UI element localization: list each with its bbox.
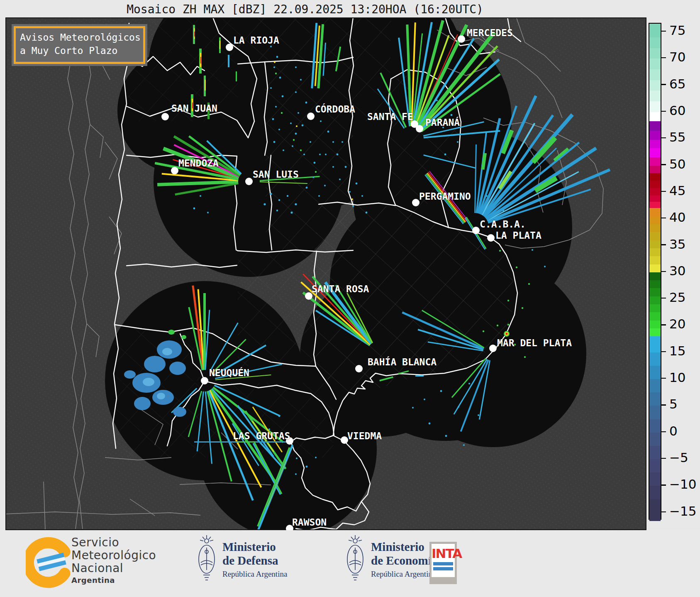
colorbar-tick (661, 84, 666, 85)
colorbar-tick (661, 378, 666, 379)
colorbar-segment (649, 24, 661, 37)
colorbar-tick (661, 511, 666, 512)
colorbar-tick (661, 191, 666, 192)
colorbar-tick (661, 324, 666, 325)
inta-bar-1 (433, 562, 453, 565)
colorbar-tick (661, 351, 666, 352)
city-label: PARANÁ (425, 117, 460, 128)
colorbar-segment (649, 131, 661, 140)
colorbar-tick-label: 75 (669, 23, 685, 38)
colorbar-segment (649, 296, 661, 305)
colorbar-tick (661, 57, 666, 58)
city-marker (412, 199, 420, 206)
city-marker (171, 167, 178, 174)
colorbar-tick (661, 164, 666, 165)
colorbar-segment (649, 392, 661, 406)
colorbar-segment (649, 80, 661, 91)
colorbar-segment (649, 304, 661, 313)
colorbar-tick-label: 10 (669, 370, 685, 385)
colorbar-tick (661, 298, 666, 298)
colorbar-segment (649, 288, 661, 296)
footer: Servicio Meteorológico Nacional Argentin… (0, 530, 700, 597)
city-marker (161, 113, 169, 120)
colorbar-segment (649, 69, 661, 80)
city-label: NEUQUÉN (209, 367, 249, 378)
city-marker (472, 227, 480, 234)
colorbar-segment (649, 224, 661, 232)
city-label: LA PLATA (495, 230, 541, 241)
city-label: RAWSON (292, 517, 327, 528)
colorbar-tick-label: 15 (669, 343, 685, 358)
radar-echo-mdp-cell (504, 331, 510, 337)
colorbar-tick-label: 70 (669, 49, 685, 64)
colorbar-tick-label: 30 (669, 263, 685, 278)
inta-panel: INTA (432, 544, 455, 577)
city-marker (458, 35, 465, 43)
city-label: VIEDMA (347, 431, 382, 441)
economia-sub: República Argentina (371, 570, 437, 579)
colorbar-tick-label: 50 (669, 156, 685, 171)
colorbar-segment (649, 202, 661, 208)
colorbar-segment (649, 328, 661, 337)
colorbar-tick-label: 55 (669, 130, 685, 144)
colorbar-segment (649, 173, 661, 181)
city-marker (201, 377, 208, 384)
colorbar-segment (649, 121, 661, 131)
colorbar-segment (649, 459, 661, 473)
colorbar-segment (649, 232, 661, 240)
colorbar-segment (649, 216, 661, 225)
inta-bar-2 (433, 567, 453, 570)
smn-logo-icon (26, 536, 71, 589)
radar-map-graphic (5, 17, 646, 530)
economia-coat-of-arms-icon (344, 534, 367, 583)
radar-echo-bb-dash2 (415, 375, 424, 377)
colorbar-segment (649, 486, 661, 499)
colorbar-segment (649, 37, 661, 48)
colorbar-tick-label: 45 (669, 183, 685, 198)
warning-line-2: a Muy Corto Plazo (20, 44, 139, 57)
city-label: SANTA FE (367, 111, 413, 122)
city-marker (245, 178, 253, 185)
colorbar-segment (649, 256, 661, 264)
city-label: BAHÍA BLANCA (368, 357, 437, 367)
city-label: SANTA ROSA (312, 284, 369, 294)
colorbar-tick (661, 484, 666, 485)
defensa-sub: República Argentina (222, 570, 287, 579)
colorbar-tick-label: 5 (669, 396, 678, 411)
colorbar-segment (649, 446, 661, 460)
city-marker (226, 44, 233, 51)
city-label: MENDOZA (178, 158, 219, 169)
colorbar-tick-label: 35 (669, 236, 685, 251)
economia-wordmark: Ministerio de Economía República Argenti… (371, 540, 437, 579)
smn-wordmark: Servicio Meteorológico Nacional Argentin… (71, 536, 156, 585)
colorbar-segment (649, 188, 661, 196)
colorbar-tick (661, 431, 666, 432)
colorbar-segment (649, 59, 661, 69)
colorbar-segment (649, 272, 661, 281)
colorbar-tick (661, 458, 666, 459)
colorbar-tick-label: 40 (669, 210, 685, 225)
colorbar-tick-label: −5 (669, 450, 688, 465)
colorbar-segment (649, 157, 661, 166)
colorbar-segment (649, 472, 661, 486)
city-label: MERCEDES (467, 27, 513, 38)
warning-box-border: Avisos Meteorológicos a Muy Corto Plazo (14, 26, 145, 64)
colorbar-segment (649, 140, 661, 149)
city-label: LAS GRUTAS (233, 431, 290, 441)
city-label: C.A.B.A. (480, 219, 526, 230)
warning-box: Avisos Meteorológicos a Muy Corto Plazo (12, 24, 147, 66)
colorbar-tick-label: −10 (669, 477, 696, 492)
colorbar-segment (649, 248, 661, 257)
colorbar-tick-label: 60 (669, 103, 685, 118)
colorbar-segment (649, 366, 661, 379)
colorbar-tick-label: 65 (669, 76, 685, 91)
city-marker (487, 234, 495, 242)
radar-map: LA RIOJAMERCEDESSAN JUANCÓRDOBASANTA FEP… (5, 17, 646, 530)
colorbar-tick (661, 31, 666, 32)
colorbar-tick-label: 20 (669, 316, 685, 331)
colorbar-tick (661, 244, 666, 245)
city-marker (355, 365, 363, 372)
colorbar-segment (649, 280, 661, 289)
defensa-line1: Ministerio (222, 540, 287, 554)
colorbar-tick-label: 0 (669, 423, 678, 438)
